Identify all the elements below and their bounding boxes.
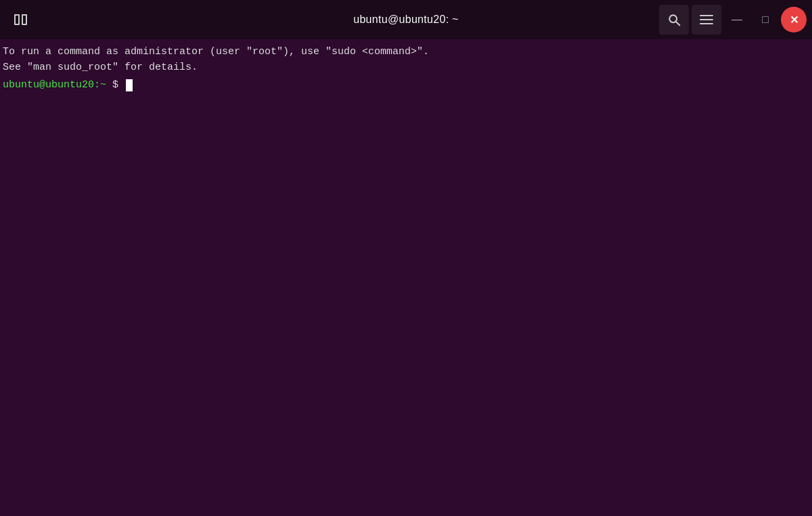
menu-button[interactable] xyxy=(692,5,721,35)
search-button[interactable] xyxy=(659,5,689,35)
search-icon xyxy=(667,13,681,26)
terminal-line-1: To run a command as administrator (user … xyxy=(3,45,809,60)
prompt-user: ubuntu@ubuntu20:~ xyxy=(3,78,106,92)
split-pane-button[interactable] xyxy=(5,5,35,35)
split-pane-icon xyxy=(14,14,27,25)
terminal-window: ubuntu@ubuntu20: ~ — □ xyxy=(0,0,812,516)
title-bar-controls: — □ ✕ xyxy=(659,5,807,35)
close-icon: ✕ xyxy=(790,14,798,26)
menu-icon xyxy=(700,15,713,24)
terminal-line-2: See "man sudo_root" for details. xyxy=(3,60,809,76)
minimize-button[interactable]: — xyxy=(724,7,750,33)
svg-line-1 xyxy=(676,22,679,25)
title-bar-left xyxy=(5,5,35,35)
minimize-icon: — xyxy=(731,14,742,26)
prompt-symbol: $ xyxy=(106,78,125,92)
prompt-line: ubuntu@ubuntu20:~ $ xyxy=(3,78,809,92)
window-title: ubuntu@ubuntu20: ~ xyxy=(353,14,459,26)
title-bar: ubuntu@ubuntu20: ~ — □ xyxy=(0,0,812,39)
close-button[interactable]: ✕ xyxy=(781,7,807,33)
terminal-cursor xyxy=(126,79,133,91)
maximize-icon: □ xyxy=(762,14,769,26)
maximize-button[interactable]: □ xyxy=(752,7,778,33)
terminal-body[interactable]: To run a command as administrator (user … xyxy=(0,39,812,516)
